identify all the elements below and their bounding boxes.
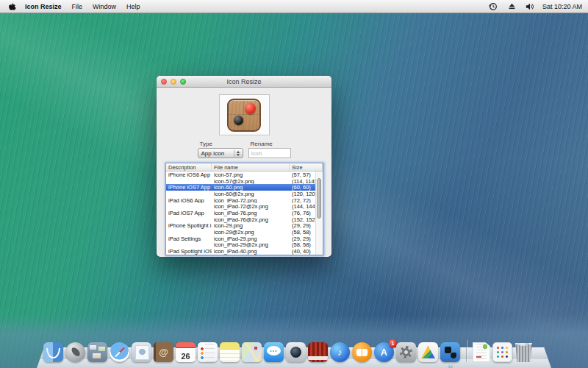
dock-icon-facetime[interactable] <box>286 342 306 362</box>
cell-size: (58, 58) <box>290 242 315 249</box>
cell-size: (29, 29) <box>290 236 315 242</box>
dock-icon-trash[interactable] <box>514 342 533 362</box>
dock-icon-documents-stack[interactable] <box>473 342 490 362</box>
minimize-button[interactable] <box>171 79 176 85</box>
type-popup-value: App Icon <box>201 150 225 157</box>
cell-file-name: icon-57@2x.png <box>212 178 290 185</box>
dock-icon-maps[interactable] <box>242 342 262 362</box>
cell-size: (40, 40) <box>290 248 315 255</box>
scrollbar-thumb[interactable] <box>317 178 321 219</box>
form-row: Type App Icon Rename <box>157 141 331 158</box>
dock-icon-messages[interactable] <box>264 342 284 362</box>
table-row[interactable]: iPhone Spotlight i... icon-29.png (29, 2… <box>166 223 315 230</box>
table-header: Description File name Size <box>166 163 323 171</box>
rename-label: Rename <box>251 141 291 147</box>
table-row[interactable]: icon_iPad-76@2x.png (152, 152) <box>166 216 315 223</box>
table-row[interactable]: iPad iOS6 App icon_iPad-72.png (72, 72) <box>166 197 315 204</box>
cell-file-name: icon_iPad-76.png <box>212 210 290 216</box>
cell-description: iPhone iOS7 App <box>166 184 212 191</box>
icon-resize-window: Icon Resize Type App Icon Rename <box>157 76 331 257</box>
dock-icon-notes[interactable] <box>220 342 240 362</box>
volume-icon[interactable] <box>526 1 535 11</box>
dock-divider <box>466 340 467 362</box>
cell-file-name: icon-57.png <box>212 171 290 178</box>
cell-size: (152, 152) <box>290 216 315 223</box>
menu-bar-clock[interactable]: Sat 10:20 AM <box>542 3 582 10</box>
type-popup[interactable]: App Icon <box>198 148 243 158</box>
cell-size: (57, 57) <box>290 171 315 178</box>
cell-file-name: icon-29@2x.png <box>212 229 290 236</box>
table-row[interactable]: icon_iPad-29@2x.png (58, 58) <box>166 242 315 249</box>
dock-icon-contacts[interactable] <box>154 342 173 362</box>
dock-icon-finder[interactable] <box>43 342 63 362</box>
table-row[interactable]: icon-29@2x.png (58, 58) <box>166 229 315 236</box>
cell-description: iPad iOS6 App <box>166 197 212 204</box>
cell-description: iPhone iOS6 App <box>166 171 212 178</box>
table-row[interactable]: iPad Spotlight iOS 7 icon_iPad-40.png (4… <box>166 248 315 255</box>
cell-description: iPhone Spotlight i... <box>166 223 212 230</box>
dock-icon-itunes[interactable] <box>330 342 350 362</box>
type-label: Type <box>200 141 243 147</box>
running-indicator <box>448 365 452 367</box>
dock-icon-safari[interactable] <box>110 342 129 362</box>
dock-icon-applications-folder[interactable] <box>492 342 512 362</box>
zoom-button[interactable] <box>180 79 186 85</box>
cell-size: (60, 60) <box>290 184 315 191</box>
dock-icon-launchpad[interactable] <box>65 342 85 362</box>
table-row[interactable]: iPhone iOS6 App icon-57.png (57, 57) <box>166 171 315 178</box>
dock-icon-ibooks[interactable] <box>352 342 372 362</box>
header-size[interactable]: Size <box>290 163 323 171</box>
dock-icon-system-preferences[interactable] <box>396 342 416 362</box>
table-row[interactable]: iPad Settings icon_iPad-29.png (29, 29) <box>166 236 315 242</box>
dock-icon-calendar[interactable]: 26 <box>176 342 196 362</box>
black-ball-graphic <box>234 116 243 125</box>
time-machine-icon[interactable] <box>489 1 498 11</box>
table-row[interactable]: iPhone iOS7 App icon-60.png (60, 60) <box>166 184 315 191</box>
dock-icon-toy-blocks-app[interactable] <box>418 342 438 362</box>
cell-description: iPad iOS7 App <box>166 210 212 216</box>
cell-size: (144, 144) <box>290 203 315 210</box>
close-button[interactable] <box>161 79 167 85</box>
cell-size: (72, 72) <box>290 197 315 204</box>
header-description[interactable]: Description <box>166 163 212 171</box>
cell-size: (114, 114) <box>290 178 315 185</box>
dock-icons: 261 <box>43 340 533 362</box>
cell-file-name: icon_iPad-72.png <box>212 197 290 204</box>
table-row[interactable]: icon_iPad-72@2x.png (144, 144) <box>166 203 315 210</box>
dock-icon-mail[interactable] <box>132 342 151 362</box>
menu-item-help[interactable]: Help <box>126 3 140 10</box>
cell-file-name: icon_iPad-72@2x.png <box>212 203 290 210</box>
dock-icon-mission-control[interactable] <box>87 342 107 362</box>
cell-description: iPad Settings <box>166 236 212 242</box>
apple-menu-icon[interactable] <box>7 2 16 11</box>
eject-icon[interactable] <box>507 1 517 11</box>
app-icon-preview <box>227 99 261 132</box>
table-row[interactable]: icon-57@2x.png (114, 114) <box>166 178 315 185</box>
dock-icon-reminders[interactable] <box>198 342 218 362</box>
vertical-scrollbar[interactable] <box>315 171 323 255</box>
window-title-bar[interactable]: Icon Resize <box>157 76 331 88</box>
menu-item-file[interactable]: File <box>72 3 83 10</box>
dock-icon-photo-booth[interactable] <box>308 342 328 362</box>
dock-icon-icon-resize-app[interactable] <box>440 342 460 362</box>
window-content: Type App Icon Rename Description File na… <box>157 88 331 257</box>
dock-icon-app-store[interactable]: 1 <box>374 342 394 362</box>
icon-preview-well <box>219 94 270 135</box>
icon-size-table: Description File name Size iPhone iOS6 A… <box>165 163 323 255</box>
cell-size: (120, 120) <box>290 191 315 197</box>
cell-file-name: icon_iPad-76@2x.png <box>212 216 290 223</box>
dock: 261 <box>37 336 551 368</box>
cell-file-name: icon-60.png <box>212 184 290 191</box>
popup-stepper-icon <box>234 149 242 157</box>
cell-file-name: icon_iPad-29.png <box>212 236 290 242</box>
red-ball-graphic <box>245 103 256 114</box>
header-file-name[interactable]: File name <box>212 163 290 171</box>
traffic-lights <box>161 79 186 85</box>
active-app-menu[interactable]: Icon Resize <box>25 3 62 10</box>
cell-file-name: icon-60@2x.png <box>212 191 290 197</box>
table-row[interactable]: icon-60@2x.png (120, 120) <box>166 191 315 197</box>
rename-input[interactable] <box>248 148 291 158</box>
table-body: iPhone iOS6 App icon-57.png (57, 57) ico… <box>166 171 315 255</box>
menu-item-window[interactable]: Window <box>93 3 116 10</box>
table-row[interactable]: iPad iOS7 App icon_iPad-76.png (76, 76) <box>166 210 315 216</box>
